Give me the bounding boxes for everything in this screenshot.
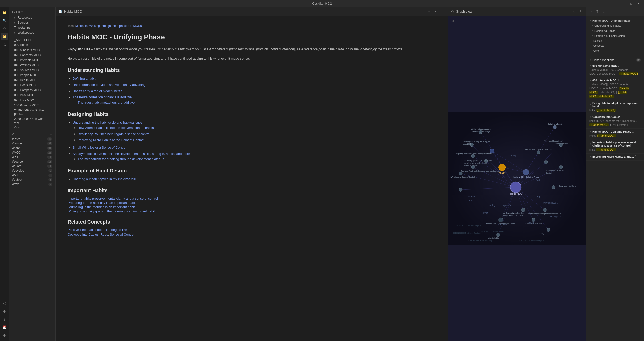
sidebar-item-050[interactable]: 050 Sources MOC — [10, 68, 54, 73]
link-habit-cycle[interactable]: Understanding the habit cycle and habitu… — [73, 121, 142, 124]
sidebar-item-sources[interactable]: Sources — [10, 20, 54, 25]
search-icon[interactable]: 🔍 — [1, 17, 8, 24]
sidebar-item-resources[interactable]: Resources — [10, 15, 54, 20]
link-improving-micro[interactable]: Improving Micro Habits at the Point of C… — [78, 138, 144, 142]
graph-tag-map: #map — [511, 154, 516, 157]
sidebar-item-100[interactable]: 100 Projects MOC — [10, 103, 54, 108]
sidebar-item-020[interactable]: 020 Concepts MOC — [10, 53, 54, 58]
linked-item-mindsets-header[interactable]: ▼ 010 Mindsets MOC 1 — [589, 64, 641, 67]
heading-btn[interactable]: T — [594, 9, 600, 15]
calendar-icon[interactable]: 📅 — [1, 324, 8, 331]
outline-root[interactable]: ▼ Habits MOC - Unifying Phase — [588, 18, 642, 23]
sidebar-item-090[interactable]: 090 PKM MOC — [10, 93, 54, 98]
node-habit-tag — [499, 164, 506, 171]
sidebar-item-2020-06[interactable]: 2020-06-02 O- On the proc… — [10, 108, 54, 116]
editor-tab-title[interactable]: Habits MOC — [64, 10, 82, 13]
graph-close-button[interactable]: ✕ — [571, 9, 577, 14]
sidebar-item-010[interactable]: 010 Mindsets MOC — [10, 47, 54, 53]
link-important4[interactable]: Writing down daily goals in the morning … — [68, 209, 436, 213]
sidebar-item-workspaces[interactable]: Workspaces — [10, 30, 54, 35]
linked-header[interactable]: ▼ Linked mentions 19 — [586, 57, 644, 63]
outline-designing[interactable]: ▼ Designing Habits — [588, 29, 642, 33]
star-icon[interactable]: ☆ — [1, 25, 8, 32]
link-defining[interactable]: Defining a habit — [73, 77, 95, 80]
linked-item-important-habits-header[interactable]: ▼ Important habits preserve mental clari… — [589, 141, 641, 147]
tag-item-fave[interactable]: #fave 7 — [9, 182, 55, 186]
sort-icon[interactable]: ⇅ — [1, 41, 8, 48]
edit-mode-button[interactable]: ✏ — [426, 9, 432, 14]
link-habit-formation[interactable]: Habit formation provides an evolutionary… — [73, 83, 147, 87]
linked-item-improving-header[interactable]: ▼ Improving Micro Habits at the… 1 — [589, 155, 641, 158]
link-important3[interactable]: Journaling in the morning is an importan… — [68, 205, 436, 209]
close-tab-button[interactable]: ✕ — [433, 9, 438, 14]
linked-item-colliding-body: Next: [[Habits MOC]] — [589, 134, 641, 138]
sidebar-item-095[interactable]: 095 Lists MOC — [10, 98, 54, 103]
sidebar-item-030[interactable]: 030 Interests MOC — [10, 58, 54, 63]
link-atomic-habits[interactable]: How Atomic Habits fit into the conversat… — [78, 126, 154, 130]
link-important1[interactable]: Important habits preserve mental clarity… — [68, 197, 436, 200]
graph-settings-icon[interactable]: ⚙ — [450, 18, 456, 24]
window-controls[interactable]: ─ □ ✕ — [622, 1, 641, 6]
sidebar-item-060[interactable]: 060 People MOC — [10, 73, 54, 78]
minimize-button[interactable]: ─ — [622, 1, 627, 6]
link-truest-metaphors[interactable]: The truest habit metaphors are additive — [78, 101, 135, 104]
sidebar-item-070[interactable]: 070 Health MOC — [10, 78, 54, 83]
link-asymptotic[interactable]: An asymptotic curve models the developme… — [73, 152, 190, 156]
linked-item-adapt-header[interactable]: ▼ Being able to adapt is an important ha… — [589, 102, 641, 108]
link-mechanism[interactable]: The mechanism for breaking through devel… — [78, 157, 164, 161]
outline-btn[interactable]: ≡ — [588, 9, 594, 15]
outline-related[interactable]: Related — [588, 39, 642, 43]
tag-item-hash[interactable]: # — [9, 132, 55, 137]
sidebar-item-080[interactable]: 080 Goals MOC — [10, 83, 54, 88]
outline-other[interactable]: Other — [588, 48, 642, 53]
outline-understanding[interactable]: ▼ Understanding Habits — [588, 23, 642, 28]
more-options-button[interactable]: ⋮ — [439, 9, 445, 14]
link-neural-formation[interactable]: The neural formation of habits is additi… — [73, 95, 132, 99]
close-button[interactable]: ✕ — [636, 1, 641, 6]
linked-item-colliding-header[interactable]: ▼ Habits MOC - Colliding Phase 1 — [589, 130, 641, 133]
tag-item-pd[interactable]: #PD 14 — [9, 155, 55, 159]
sort-btn[interactable]: ⇅ — [600, 9, 607, 15]
link-hidden-inertia[interactable]: Habits carry a ton of hidden inertia — [73, 89, 123, 93]
help-icon[interactable]: ? — [1, 316, 8, 323]
sidebar-item-start[interactable]: _START HERE — [10, 37, 54, 42]
link-charting[interactable]: Charting out habit cycles in my life cir… — [73, 177, 138, 181]
link-cobwebs[interactable]: Cobwebs into Cables — [68, 233, 99, 236]
linked-item-cobwebs-header[interactable]: ▼ Cobwebs into Cables 1 — [589, 115, 641, 118]
graph-more-button[interactable]: ⋮ — [578, 9, 583, 14]
tag-item-aq[interactable]: #AQ 8 — [9, 173, 55, 177]
sidebar-item-timestamps[interactable]: Timestamps — [10, 25, 54, 30]
settings-icon[interactable]: ⚙ — [1, 308, 8, 315]
tag-item-concept[interactable]: #concept 32 — [9, 141, 55, 146]
tag-item-output[interactable]: #output 8 — [9, 177, 55, 182]
folder-icon[interactable]: 📂 — [1, 33, 8, 40]
sidebar-item-040[interactable]: 040 Writings MOC — [10, 63, 54, 68]
tag-item-source[interactable]: #source 13 — [9, 159, 55, 164]
files-icon[interactable]: 📁 — [1, 9, 8, 16]
link-like-begets[interactable]: Like begets like — [104, 228, 127, 232]
linked-item-interests-header[interactable]: ▼ 030 Interests MOC 1 — [589, 79, 641, 82]
settings2-icon[interactable]: ⚙ — [1, 332, 8, 339]
link-resiliency[interactable]: Resiliency Routines help regain a sense … — [78, 132, 150, 136]
tag-item-moc[interactable]: #MOC 25 — [9, 150, 55, 155]
link-sense-control[interactable]: Sense of Control — [110, 233, 134, 236]
link-mindsets[interactable]: Mindsets — [75, 24, 88, 28]
sidebar-item-000[interactable]: 000 Home — [10, 42, 54, 47]
link-3phases[interactable]: Walking through the 3 phases of MOCs — [89, 24, 142, 28]
link-reps[interactable]: Reps — [100, 233, 108, 236]
tag-item-develop[interactable]: #develop 9 — [9, 168, 55, 173]
tag-item-quote[interactable]: #quote 11 — [9, 164, 55, 168]
outline-concepts[interactable]: Concepts — [588, 44, 642, 48]
outline-example[interactable]: ▼ Example of Habit Design — [588, 34, 642, 38]
maximize-button[interactable]: □ — [629, 1, 634, 6]
link-important2[interactable]: Preparing for the next day is an importa… — [68, 201, 436, 205]
link-positive-feedback[interactable]: Positive Feedback Loop — [68, 228, 103, 232]
heading-important: Important Habits — [68, 188, 436, 193]
tag-item-habit[interactable]: #habit 31 — [9, 146, 55, 150]
plugin-icon[interactable]: ⬡ — [1, 300, 8, 307]
sidebar-item-ids[interactable]: #ids… — [10, 125, 54, 130]
sidebar-item-085[interactable]: 085 Compass MOC — [10, 88, 54, 93]
link-small-wins[interactable]: Small Wins foster a Sense of Control — [73, 145, 126, 149]
sidebar-item-2020-08[interactable]: 2020-08-08 O- In what way… — [10, 116, 54, 125]
tag-item-pkm[interactable]: #PKM 47 — [9, 137, 55, 141]
